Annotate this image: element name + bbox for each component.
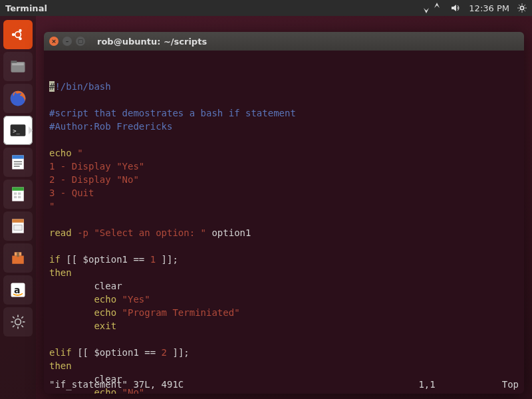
svg-rect-14 xyxy=(14,161,22,162)
terminal-content[interactable]: #!/bin/bash #script that demostrates a b… xyxy=(44,51,524,394)
launcher-software[interactable] xyxy=(3,243,33,273)
svg-point-29 xyxy=(15,319,21,325)
launcher-terminal[interactable]: >_ xyxy=(3,116,33,145)
launcher-impress[interactable] xyxy=(3,211,33,241)
svg-rect-26 xyxy=(17,252,19,257)
code-line: #Author:Rob Fredericks xyxy=(49,120,519,133)
code-line: echo "Yes" xyxy=(49,293,519,306)
code-line: 1 - Display "Yes" xyxy=(49,160,519,173)
code-line: echo "Program Terminiated" xyxy=(49,306,519,319)
launcher: >_a xyxy=(0,16,36,399)
code-line: elif [[ $option1 == 2 ]]; xyxy=(49,346,519,359)
window-titlebar[interactable]: × – ▢ rob@ubuntu: ~/scripts xyxy=(44,32,524,51)
svg-point-4 xyxy=(19,29,21,32)
svg-rect-15 xyxy=(14,164,22,165)
svg-rect-25 xyxy=(14,225,22,230)
code-line xyxy=(49,239,519,253)
code-line: read -p "Select an option: " option1 xyxy=(49,226,519,239)
svg-rect-24 xyxy=(12,219,24,223)
svg-rect-8 xyxy=(11,61,17,63)
code-line: 3 - Quit xyxy=(49,186,519,200)
code-line: " xyxy=(49,200,519,213)
tray: 12:36 PM xyxy=(421,0,527,19)
code-line: if [[ $option1 == 1 ]]; xyxy=(49,253,519,266)
svg-rect-22 xyxy=(18,196,21,199)
code-line: 2 - Display "No" xyxy=(49,173,519,186)
terminal-window: × – ▢ rob@ubuntu: ~/scripts #!/bin/bash … xyxy=(44,32,524,394)
svg-rect-7 xyxy=(12,63,24,66)
svg-text:>_: >_ xyxy=(13,128,20,134)
code-line: echo " xyxy=(49,146,519,160)
launcher-files[interactable] xyxy=(3,52,33,81)
svg-point-3 xyxy=(12,33,15,36)
svg-rect-19 xyxy=(14,192,17,195)
window-title: rob@ubuntu: ~/scripts xyxy=(97,37,207,47)
code-line: #script that demostrates a bash if state… xyxy=(49,106,519,120)
minimize-icon[interactable]: – xyxy=(63,37,72,46)
status-position: 1,1 xyxy=(418,378,501,391)
status-scroll: Top xyxy=(502,378,519,391)
code-line: then xyxy=(49,359,519,372)
network-icon[interactable] xyxy=(421,0,442,19)
maximize-icon[interactable]: ▢ xyxy=(76,37,85,46)
launcher-writer[interactable] xyxy=(3,148,33,177)
launcher-calc[interactable] xyxy=(3,180,33,209)
launcher-dash[interactable] xyxy=(3,20,33,49)
panel-app-title: Terminal xyxy=(5,3,47,13)
code-line xyxy=(49,213,519,226)
svg-text:a: a xyxy=(14,285,20,295)
svg-rect-21 xyxy=(14,196,17,199)
launcher-settings[interactable] xyxy=(3,307,33,336)
gear-icon[interactable] xyxy=(517,3,527,13)
clock[interactable]: 12:36 PM xyxy=(469,3,509,13)
launcher-firefox[interactable] xyxy=(3,84,33,113)
close-icon[interactable]: × xyxy=(49,37,59,46)
code-line xyxy=(49,93,519,106)
code-line: exit xyxy=(49,319,519,332)
code-line: #!/bin/bash xyxy=(49,80,519,93)
svg-rect-13 xyxy=(12,156,24,159)
sound-icon[interactable] xyxy=(450,3,461,13)
code-line xyxy=(49,332,519,346)
code-line: clear xyxy=(49,279,519,293)
status-filename: "if_statement" 37L, 491C xyxy=(49,378,184,391)
svg-rect-20 xyxy=(18,192,21,195)
launcher-amazon[interactable]: a xyxy=(3,275,33,305)
vim-statusline: "if_statement" 37L, 491C 1,1 Top xyxy=(49,378,519,391)
svg-rect-18 xyxy=(12,188,24,191)
svg-point-0 xyxy=(520,6,523,9)
svg-rect-16 xyxy=(14,166,20,167)
code-line xyxy=(49,133,519,146)
top-panel: Terminal 12:36 PM xyxy=(0,0,532,16)
svg-point-5 xyxy=(19,37,21,40)
code-line: then xyxy=(49,266,519,279)
